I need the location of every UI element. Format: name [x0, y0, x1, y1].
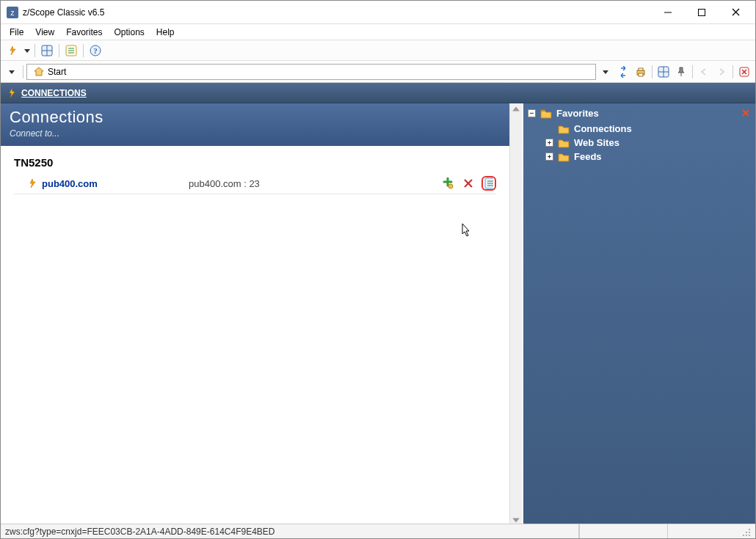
favorites-close-button[interactable]	[741, 108, 751, 120]
menu-favorites[interactable]: Favorites	[60, 26, 108, 39]
toolbar-separator	[652, 65, 653, 78]
toolbar-separator	[34, 44, 35, 57]
close-button[interactable]	[719, 1, 752, 23]
favorites-root-label[interactable]: Favorites	[556, 108, 599, 119]
favorites-node-label: Web Sites	[574, 137, 619, 148]
svg-point-39	[749, 535, 750, 536]
menu-help[interactable]: Help	[150, 26, 181, 39]
tree-indent	[545, 125, 553, 133]
delete-button[interactable]	[461, 176, 476, 191]
left-pane: Connections Connect to... TN5250 pub400.…	[1, 103, 522, 526]
help-button[interactable]: ?	[87, 43, 104, 59]
quick-connect-button[interactable]	[4, 43, 21, 59]
connections-body: TN5250 pub400.com pub400.com : 23	[1, 146, 509, 205]
svg-point-34	[749, 529, 750, 530]
quick-connect-dropdown[interactable]	[23, 43, 32, 59]
toolbar-separator	[23, 65, 23, 78]
statusbar: zws:cfg?type=cnxjd=FEEC03CB-2A1A-4ADD-84…	[1, 524, 755, 538]
folder-icon	[558, 124, 570, 134]
favorites-node-connections[interactable]: Connections	[545, 122, 752, 136]
folder-icon	[558, 138, 570, 148]
toolbar-separator	[733, 65, 733, 78]
svg-rect-17	[639, 73, 643, 76]
scrollbar-vertical[interactable]	[509, 103, 522, 526]
favorites-node-label: Connections	[574, 123, 632, 134]
menubar: File View Favorites Options Help	[1, 24, 755, 40]
lightning-icon	[7, 88, 17, 98]
list-button[interactable]	[62, 43, 80, 59]
favorites-panel: − Favorites Connections + Web Sites + Fe…	[522, 103, 755, 526]
window-title: z/Scope Classic v6.5	[23, 7, 651, 18]
svg-text:?: ?	[93, 46, 98, 55]
minimize-button[interactable]	[651, 1, 685, 23]
svg-point-37	[743, 535, 744, 536]
address-bar[interactable]: Start	[26, 64, 596, 80]
toolbar-main: ?	[1, 40, 755, 61]
svg-text:z: z	[11, 9, 15, 17]
folder-icon	[540, 109, 552, 119]
svg-rect-16	[639, 68, 643, 70]
tab-connections[interactable]: CONNECTIONS	[21, 88, 87, 98]
connections-panel: Connections Connect to... TN5250 pub400.…	[1, 103, 509, 526]
window-controls	[651, 1, 752, 23]
maximize-button[interactable]	[685, 1, 719, 23]
tabstrip: CONNECTIONS	[1, 83, 755, 103]
resize-grip[interactable]	[741, 527, 751, 537]
connections-header: Connections Connect to...	[1, 103, 509, 146]
favorites-node-label: Feeds	[574, 151, 602, 162]
add-favorite-button[interactable]	[440, 176, 455, 191]
menu-view[interactable]: View	[29, 26, 60, 39]
app-icon: z	[7, 7, 18, 18]
lightning-icon	[26, 178, 39, 188]
expand-button[interactable]: +	[545, 153, 553, 161]
connections-title: Connections	[10, 108, 501, 127]
screen-layout-button[interactable]	[38, 43, 56, 59]
connections-subtitle: Connect to...	[10, 128, 501, 139]
nav-dropdown-button[interactable]	[4, 64, 20, 80]
nav-back-button[interactable]	[696, 64, 712, 80]
properties-button[interactable]	[481, 176, 496, 191]
layout-toggle-button[interactable]	[655, 64, 672, 80]
address-start: Start	[33, 66, 66, 78]
connection-actions	[440, 176, 496, 191]
favorites-node-websites[interactable]: + Web Sites	[545, 136, 752, 150]
svg-rect-3	[699, 9, 705, 15]
nav-forward-button[interactable]	[713, 64, 730, 80]
titlebar: z z/Scope Classic v6.5	[1, 1, 755, 24]
menu-file[interactable]: File	[4, 26, 29, 39]
svg-point-35	[746, 532, 747, 533]
folder-icon	[558, 152, 570, 162]
favorites-header: − Favorites	[526, 106, 752, 122]
close-panel-button[interactable]	[736, 64, 752, 80]
print-button[interactable]	[633, 64, 649, 80]
connection-row[interactable]: pub400.com pub400.com : 23	[14, 173, 496, 194]
svg-point-36	[749, 532, 750, 533]
favorites-node-feeds[interactable]: + Feeds	[545, 150, 752, 164]
svg-point-25	[448, 184, 453, 188]
toolbar-nav: Start	[1, 61, 755, 83]
svg-point-38	[746, 535, 747, 536]
refresh-button[interactable]	[615, 64, 631, 80]
favorites-tree: Connections + Web Sites + Feeds	[526, 122, 752, 164]
pin-button[interactable]	[673, 64, 689, 80]
home-icon	[33, 66, 45, 78]
scroll-up-icon[interactable]	[512, 105, 520, 114]
collapse-button[interactable]: −	[528, 109, 536, 117]
address-dropdown[interactable]	[597, 64, 614, 80]
connection-host: pub400.com : 23	[189, 178, 350, 189]
statusbar-text: zws:cfg?type=cnxjd=FEEC03CB-2A1A-4ADD-84…	[5, 524, 579, 538]
main-area: Connections Connect to... TN5250 pub400.…	[1, 103, 755, 526]
address-start-label: Start	[48, 67, 66, 77]
menu-options[interactable]: Options	[109, 26, 150, 39]
connection-name[interactable]: pub400.com	[42, 178, 189, 189]
expand-button[interactable]: +	[545, 139, 553, 147]
toolbar-separator	[83, 44, 84, 57]
toolbar-separator	[692, 65, 693, 78]
toolbar-separator	[59, 44, 59, 57]
connection-group-title: TN5250	[14, 156, 496, 169]
